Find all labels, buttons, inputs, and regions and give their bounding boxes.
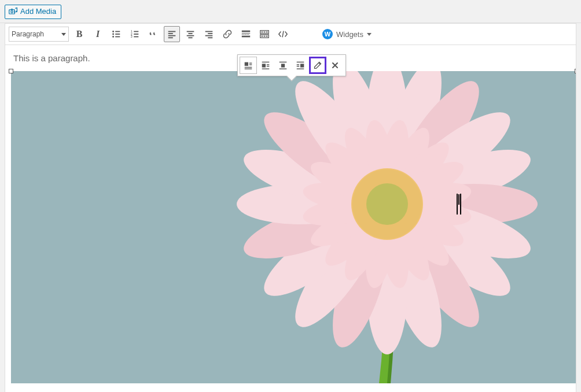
svg-rect-25 [205,31,213,32]
format-dropdown[interactable]: Paragraph [9,27,69,42]
svg-rect-17 [168,31,176,32]
svg-rect-99 [280,62,287,62]
svg-rect-20 [168,38,173,39]
svg-rect-104 [297,64,300,65]
svg-rect-14 [134,34,138,35]
svg-rect-12 [134,31,138,32]
align-center-button[interactable] [182,26,198,42]
svg-rect-103 [300,64,304,67]
svg-point-9 [112,36,114,38]
svg-rect-89 [245,62,248,66]
svg-rect-91 [249,64,252,65]
svg-rect-43 [264,36,266,37]
svg-text:3: 3 [131,35,133,38]
add-media-label: Add Media [20,6,56,17]
svg-rect-92 [245,67,252,68]
caret-down-icon [61,33,66,36]
bold-button[interactable]: B [71,26,87,42]
add-media-button[interactable]: Add Media [5,5,61,19]
editor-content-area[interactable]: This is a paragraph. [5,45,576,392]
image-align-center-button[interactable] [274,57,292,74]
svg-rect-102 [297,62,304,62]
camera-music-icon [9,7,18,16]
svg-rect-24 [188,38,192,39]
svg-rect-39 [264,32,266,33]
svg-rect-44 [266,36,268,37]
svg-rect-100 [281,64,285,67]
editor-screen: Add Media Paragraph B I 123 [0,0,581,392]
svg-rect-33 [245,34,246,35]
svg-rect-16 [134,36,138,38]
resize-handle-top-right[interactable] [575,69,576,73]
format-dropdown-label: Paragraph [12,30,44,38]
italic-button[interactable]: I [90,26,106,42]
svg-rect-94 [262,62,270,62]
svg-rect-35 [248,34,249,35]
svg-rect-18 [168,33,173,34]
widgets-dropdown[interactable]: W Widgets [319,29,375,39]
svg-point-7 [112,34,114,35]
svg-rect-90 [249,63,252,64]
svg-rect-27 [205,35,213,36]
svg-rect-23 [187,35,194,36]
align-left-button[interactable] [164,26,180,42]
svg-rect-6 [115,31,120,32]
text-cursor-icon [458,194,459,205]
flower-image [11,71,576,383]
svg-rect-21 [187,31,194,32]
selected-image[interactable] [11,71,576,383]
bulleted-list-button[interactable] [108,26,124,42]
svg-rect-26 [208,33,212,34]
svg-rect-95 [262,64,266,67]
numbered-list-button[interactable]: 123 [127,26,143,42]
svg-rect-29 [242,31,250,32]
svg-rect-19 [168,35,176,36]
image-align-left-button[interactable] [257,57,274,74]
svg-rect-42 [262,36,263,37]
svg-rect-38 [262,32,263,33]
svg-rect-106 [297,68,304,69]
svg-rect-28 [208,38,212,39]
image-align-none-button[interactable] [240,57,257,74]
svg-rect-8 [115,34,120,35]
svg-rect-0 [9,10,15,14]
widgets-icon: W [322,29,333,39]
svg-point-5 [112,31,114,32]
toolbar-toggle-button[interactable] [256,26,273,42]
blockquote-button[interactable] [145,26,161,42]
svg-rect-10 [115,36,120,38]
svg-rect-31 [242,34,243,35]
image-remove-button[interactable] [326,57,344,74]
svg-rect-32 [244,34,245,35]
svg-point-3 [14,12,16,13]
svg-rect-30 [242,33,250,34]
svg-rect-34 [247,34,248,35]
svg-rect-96 [267,64,270,65]
svg-rect-40 [266,32,268,33]
align-right-button[interactable] [201,26,217,42]
svg-rect-101 [280,68,287,69]
caret-down-icon [367,33,372,36]
svg-rect-105 [297,66,300,66]
image-toolbar [237,54,346,76]
svg-rect-93 [245,68,252,69]
svg-point-88 [352,169,422,239]
svg-rect-2 [11,9,13,10]
svg-rect-36 [242,36,250,38]
image-align-right-button[interactable] [292,57,309,74]
svg-point-1 [11,11,13,13]
svg-rect-22 [188,33,192,34]
resize-handle-top-left[interactable] [9,69,13,73]
image-edit-button[interactable] [309,57,326,74]
insert-readmore-button[interactable] [238,26,254,42]
code-button[interactable] [275,26,291,42]
svg-point-4 [16,11,17,13]
widgets-label: Widgets [336,30,363,39]
media-bar: Add Media [0,0,581,23]
insert-link-button[interactable] [219,26,236,42]
editor-toolbar: Paragraph B I 123 [5,23,576,45]
svg-rect-97 [267,66,270,66]
svg-rect-98 [262,68,270,69]
